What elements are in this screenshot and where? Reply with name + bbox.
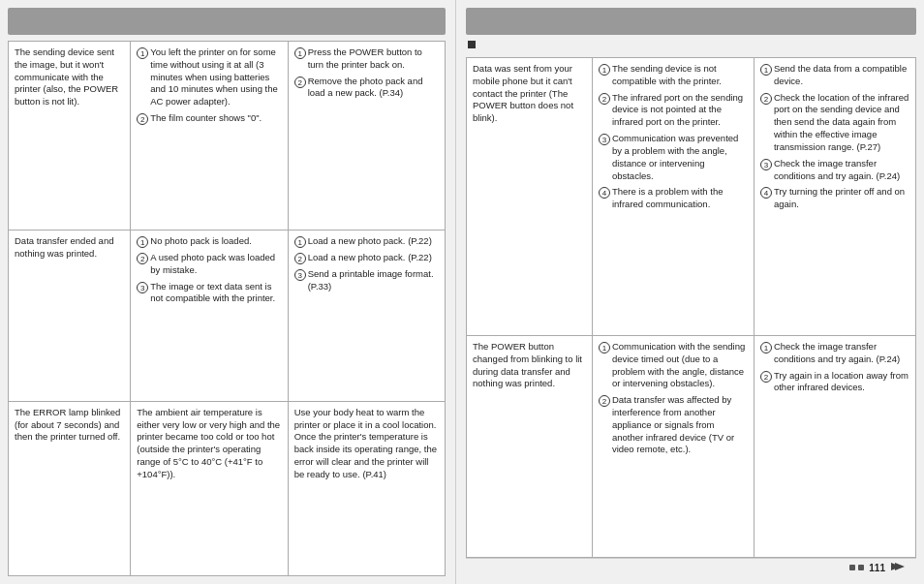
cause-list: 1 You left the printer on for some time … xyxy=(137,46,281,125)
cause-item: 1 The sending device is not compatible w… xyxy=(599,63,748,88)
num-icon: 1 xyxy=(599,64,610,76)
symptom-cell: The sending device sent the image, but i… xyxy=(9,42,131,231)
cause-text: The sending device is not compatible wit… xyxy=(612,63,748,88)
symptom-text: The ERROR lamp blinked (for about 7 seco… xyxy=(15,407,120,443)
num-icon: 3 xyxy=(760,159,772,170)
symptom-cell: The ERROR lamp blinked (for about 7 seco… xyxy=(9,401,131,575)
cause-cell: 1 Communication with the sending device … xyxy=(592,335,754,557)
num-icon: 2 xyxy=(599,93,610,105)
num-icon: 1 xyxy=(294,47,306,59)
num-icon: 2 xyxy=(137,113,148,125)
right-section-header xyxy=(466,41,916,53)
solution-item: 3 Send a printable image format. (P.33) xyxy=(294,268,439,293)
cause-item: 3 The image or text data sent is not com… xyxy=(137,281,281,306)
page-dot xyxy=(858,565,864,570)
table-row: The ERROR lamp blinked (for about 7 seco… xyxy=(9,401,446,575)
cause-cell: 1 You left the printer on for some time … xyxy=(131,42,288,231)
solution-text: Send a printable image format. (P.33) xyxy=(308,268,439,293)
cause-item: 2 A used photo pack was loaded by mistak… xyxy=(137,252,281,277)
solution-text: Try turning the printer off and on again… xyxy=(774,186,909,211)
symptom-text: Data was sent from your mobile phone but… xyxy=(473,63,573,123)
cause-list: 1 Communication with the sending device … xyxy=(599,341,748,456)
symptom-text: Data transfer ended and nothing was prin… xyxy=(15,235,113,259)
cause-text: Communication was prevented by a problem… xyxy=(612,133,748,182)
num-icon: 3 xyxy=(137,282,148,293)
cause-item: 2 The film counter shows "0". xyxy=(137,112,281,125)
solution-item: 4 Try turning the printer off and on aga… xyxy=(760,186,909,211)
num-icon: 2 xyxy=(760,371,772,383)
cause-list: 1 No photo pack is loaded. 2 A used phot… xyxy=(137,235,281,305)
arrow-icon xyxy=(891,562,905,571)
num-icon: 4 xyxy=(599,187,610,199)
solution-list: 1 Send the data from a compatible device… xyxy=(760,63,909,211)
num-icon: 2 xyxy=(294,77,306,88)
bottom-nav-bar: 111 xyxy=(466,558,916,576)
solution-text: Send the data from a compatible device. xyxy=(774,63,909,88)
right-header-bar xyxy=(466,8,916,35)
solution-cell: Use your body heat to warm the printer o… xyxy=(288,401,445,575)
solution-text: Use your body heat to warm the printer o… xyxy=(294,407,437,479)
page-number: 111 xyxy=(869,563,885,573)
solution-item: 2 Remove the photo pack and load a new p… xyxy=(294,76,439,101)
table-row: Data was sent from your mobile phone but… xyxy=(467,58,916,336)
solution-text: Check the location of the infrared port … xyxy=(774,92,909,154)
cause-item: 4 There is a problem with the infrared c… xyxy=(599,186,748,211)
symptom-cell: The POWER button changed from blinking t… xyxy=(467,335,593,557)
solution-cell: 1 Load a new photo pack. (P.22) 2 Load a… xyxy=(288,230,445,401)
cause-text: A used photo pack was loaded by mistake. xyxy=(150,252,281,277)
solution-text: Load a new photo pack. (P.22) xyxy=(308,252,432,264)
solution-item: 2 Load a new photo pack. (P.22) xyxy=(294,252,439,264)
cause-item: 2 The infrared port on the sending devic… xyxy=(599,92,748,129)
solution-list: 1 Check the image transfer conditions an… xyxy=(760,341,909,394)
cause-item: 2 Data transfer was affected by interfer… xyxy=(599,394,748,456)
solution-item: 1 Press the POWER button to turn the pri… xyxy=(294,46,439,72)
solution-text: Check the image transfer conditions and … xyxy=(774,158,909,183)
cause-item: 1 No photo pack is loaded. xyxy=(137,235,281,248)
symptom-text: The sending device sent the image, but i… xyxy=(15,46,118,107)
solution-text: Press the POWER button to turn the print… xyxy=(308,46,439,72)
solution-text: Remove the photo pack and load a new pac… xyxy=(308,76,439,101)
solution-cell: 1 Send the data from a compatible device… xyxy=(754,58,915,336)
solution-item: 2 Check the location of the infrared por… xyxy=(760,92,909,154)
cause-text: Data transfer was affected by interferen… xyxy=(612,394,748,456)
table-row: The sending device sent the image, but i… xyxy=(9,42,446,231)
solution-item: 1 Check the image transfer conditions an… xyxy=(760,341,909,366)
num-icon: 2 xyxy=(760,93,772,105)
symptom-text: The POWER button changed from blinking t… xyxy=(473,341,582,388)
num-icon: 2 xyxy=(137,253,148,264)
num-icon: 4 xyxy=(760,187,772,199)
left-panel: The sending device sent the image, but i… xyxy=(0,0,455,584)
solution-item: 3 Check the image transfer conditions an… xyxy=(760,158,909,183)
cause-item: 1 You left the printer on for some time … xyxy=(137,46,281,108)
symptom-cell: Data transfer ended and nothing was prin… xyxy=(9,230,131,401)
right-trouble-table: Data was sent from your mobile phone but… xyxy=(466,57,916,558)
arrow-right-icon xyxy=(891,562,905,573)
cause-item: 1 Communication with the sending device … xyxy=(599,341,748,390)
num-icon: 2 xyxy=(599,395,610,407)
cause-text: No photo pack is loaded. xyxy=(150,235,252,248)
cause-item: 3 Communication was prevented by a probl… xyxy=(599,133,748,182)
solution-item: 1 Send the data from a compatible device… xyxy=(760,63,909,88)
cause-cell: The ambient air temperature is either ve… xyxy=(131,401,288,575)
num-icon: 1 xyxy=(760,342,772,353)
solution-cell: 1 Press the POWER button to turn the pri… xyxy=(288,42,445,231)
solution-text: Try again in a location away from other … xyxy=(774,370,909,395)
table-row: Data transfer ended and nothing was prin… xyxy=(9,230,446,401)
cause-text: The ambient air temperature is either ve… xyxy=(137,407,280,479)
solution-text: Load a new photo pack. (P.22) xyxy=(308,235,432,248)
num-icon: 1 xyxy=(760,64,772,76)
cause-text: Communication with the sending device ti… xyxy=(612,341,748,390)
cause-cell: 1 No photo pack is loaded. 2 A used phot… xyxy=(131,230,288,401)
solution-item: 2 Try again in a location away from othe… xyxy=(760,370,909,395)
table-row: The POWER button changed from blinking t… xyxy=(467,335,916,557)
svg-marker-1 xyxy=(895,563,905,570)
num-icon: 3 xyxy=(599,134,610,145)
section-square-icon xyxy=(468,41,476,48)
cause-text: The image or text data sent is not compa… xyxy=(150,281,281,306)
right-panel: Data was sent from your mobile phone but… xyxy=(455,0,924,584)
solution-list: 1 Press the POWER button to turn the pri… xyxy=(294,46,439,100)
solution-item: 1 Load a new photo pack. (P.22) xyxy=(294,235,439,248)
left-header-bar xyxy=(8,8,446,35)
num-icon: 2 xyxy=(294,253,306,264)
cause-text: You left the printer on for some time wi… xyxy=(150,46,281,108)
